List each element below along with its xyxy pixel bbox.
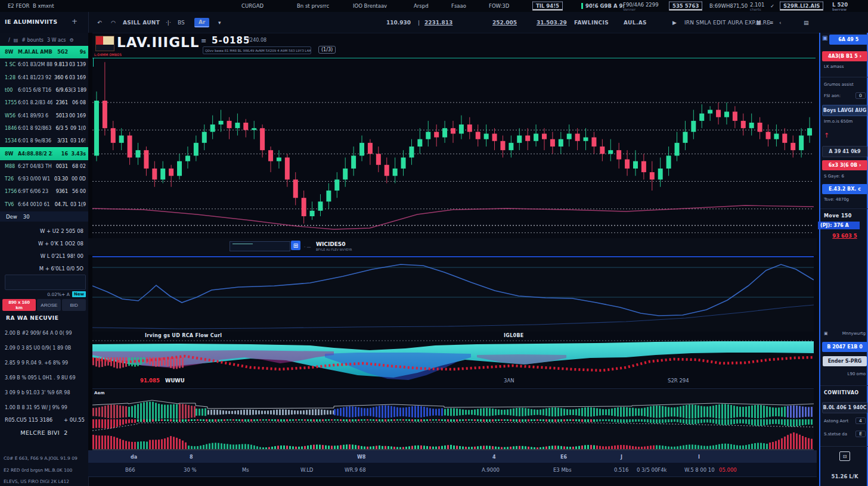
menubar-item[interactable]: FOW:3D [489, 3, 509, 9]
position-row[interactable]: 2.00 B #2 909/ 64 A 0 0( 99 [0, 326, 88, 341]
axis-tick: E6 [560, 454, 567, 459]
condition-button[interactable]: B.0L 406 1 940C [822, 402, 867, 413]
toolbar-item[interactable]: ≡ [769, 20, 774, 26]
toolbar-item[interactable]: Ar [194, 18, 209, 27]
sell-order-button[interactable]: 4A3(B B1 5 › [822, 51, 867, 61]
stetse-value[interactable]: E [855, 431, 866, 437]
add-symbol-button[interactable]: + [72, 17, 78, 26]
folder-icon[interactable]: ▤ [14, 38, 18, 43]
menubar-item[interactable]: 2.101cherts [750, 2, 764, 11]
menubar-item[interactable]: F90/4A6 2299Venner [623, 2, 659, 11]
watchlist-row[interactable]: 1534 6:01 8 9e/836 3/31 03 16! [0, 135, 88, 147]
watchlist-row[interactable]: W56 6:41 89/93 6 5013 00 169 [0, 109, 88, 122]
watchlist-row[interactable]: 8W M.AI.AL AMB0N 9O 5G2 9s [0, 46, 88, 58]
menubar-item[interactable]: S29R.LI2.AIS [780, 2, 823, 11]
buy-button[interactable]: 6A 49 5 [829, 35, 867, 45]
up-arrow-icon[interactable]: ↑ [820, 132, 829, 139]
toolbar-item[interactable]: 252.005 [492, 20, 517, 26]
watchlist-row[interactable]: T26 6:93 0/00 W1 03.30 00 0D [0, 173, 88, 185]
toolbar-item[interactable]: 110.930 [386, 20, 411, 26]
depth-section-header[interactable]: Dew 30 [0, 211, 88, 222]
edit-icon[interactable]: / [8, 38, 10, 43]
order-amount-input[interactable] [5, 275, 86, 290]
toolbar-item[interactable]: ·|· [166, 20, 171, 26]
menubar-item[interactable]: CURGAD [241, 3, 264, 9]
ribbon-svg[interactable] [92, 332, 814, 387]
menubar-item[interactable]: Fsaao [451, 3, 466, 9]
position-row[interactable]: 2.85 9 9 R.04 9. +6 8% 99 [0, 356, 88, 370]
toolbar-item[interactable]: ↶ [97, 20, 102, 26]
indicator-add-button[interactable]: ⊞ [291, 241, 300, 250]
footer-line: E2 RED 0rd brgsn ML.B.0K 100 [0, 465, 88, 476]
menubar-item[interactable]: 90!6 G9B A 9: [581, 3, 625, 9]
oscillator-panel[interactable] [92, 256, 814, 332]
menubar-item[interactable]: B xmxnt [33, 3, 54, 9]
watchlist-row[interactable]: 1 SC 6:01 83/2M 88 9.813 03 139 [0, 58, 88, 71]
menu-icon[interactable]: ≡ [201, 37, 206, 45]
watchlist-row[interactable]: TV6 6:64 0010 61 04.7L 03 1(9 [0, 198, 88, 211]
watchlist-row[interactable]: 1755 6:01 8.2/83 46 2361 06 08 [0, 96, 88, 109]
watchlist-row[interactable]: 1756 6:9T 6/06 23 9361 56 00 [0, 185, 88, 198]
depth-row[interactable]: M + 6'0L1 0/0 5O [0, 262, 88, 275]
price-tag-blue[interactable]: (PJ): 376 A [818, 222, 860, 229]
depth-row[interactable]: W + U2 2 505 08 [0, 225, 88, 237]
ribbon-value-red: 91.085 [140, 378, 160, 384]
buy-limit-button[interactable]: E.43.2 BX. c [822, 184, 867, 194]
arose-button[interactable]: AROSE [37, 299, 61, 311]
menubar-item[interactable]: 535 5763 [669, 2, 702, 11]
toolbar-item[interactable]: ▾ [218, 20, 221, 26]
instrument-flag-icon [95, 36, 114, 51]
toolbar-item[interactable]: ‹ [779, 20, 782, 26]
histogram-panel[interactable]: Aem [92, 388, 814, 450]
histogram-svg[interactable] [92, 389, 814, 450]
oscillator-svg[interactable] [92, 257, 814, 332]
chart-pages-chip[interactable]: (1/3) [318, 46, 336, 54]
ender-button[interactable]: Ender S-PRG [823, 356, 867, 366]
candlestick-svg[interactable] [92, 55, 814, 238]
toolbar-item[interactable]: FAWLINCIS [574, 20, 609, 26]
ribbon-label-left: Irving gs UD RCA Flow Curl [145, 333, 222, 338]
depth-row[interactable]: W L 0'2L1 98! 00 [0, 250, 88, 262]
toolbar-item[interactable]: ◠ [111, 20, 116, 26]
toolbar-item[interactable]: AUL.AS [624, 20, 647, 26]
position-row[interactable]: 2.09 0 3 85 U0 0/9( 1 89 0B [0, 341, 88, 356]
watchlist-row[interactable]: 1:28 6:41 81/23 92 360 6 03 169 [0, 71, 88, 84]
toolbar-item[interactable]: 31.503.29 [537, 20, 567, 26]
indicator-search-input[interactable] [230, 241, 290, 251]
toolbar-item[interactable]: 2231.813 [424, 20, 452, 26]
watchlist-row[interactable]: M88 6:2T 04/83 TH 0031 68 02 [0, 160, 88, 173]
toolbar-item[interactable]: BS [178, 20, 185, 26]
menubar-item[interactable]: TIL 94!5 [532, 2, 563, 11]
menubar-item[interactable]: ✓ [770, 3, 774, 9]
menubar-item[interactable]: Arspd [414, 3, 429, 9]
depth-row[interactable]: W + 0'K 1 0O2 08 [0, 237, 88, 250]
menubar-item[interactable]: IOO Brentaav [353, 3, 387, 9]
bid-button[interactable]: BID [62, 299, 86, 311]
menubar-item[interactable]: L 520berrow [832, 2, 848, 11]
toolbar-item[interactable]: ▶ [672, 20, 677, 26]
window-icon[interactable]: ⊡ [839, 451, 850, 461]
sell-limit-button[interactable]: 6x3 3(6 0B › [822, 160, 867, 170]
strategy-button[interactable]: Boys LAVGI AUG [822, 105, 867, 116]
menubar-item[interactable]: Bn st prvsrrc [297, 3, 329, 9]
watchlist-row[interactable]: 1846 6:01 8 92/863 6/3 5 09 1(0 [0, 122, 88, 135]
toolbar-item[interactable]: ▤ [804, 20, 809, 26]
toolbar-item[interactable]: | [418, 20, 420, 26]
monitor-button[interactable]: B 2047 E1B 0 [822, 342, 867, 352]
sell-button[interactable]: 890 x 160 km [2, 299, 36, 311]
toolbar-item[interactable]: ASILL AUNT [123, 20, 160, 26]
watchlist-row[interactable]: t00 6:015 6/8 T16 6/9.6 3(3 189 [0, 84, 88, 96]
astong-value[interactable]: 4 [855, 418, 866, 424]
layout-icon[interactable]: ▣ [822, 35, 827, 45]
ribbon-panel[interactable]: Irving gs UD RCA Flow Curl IGL0BE 91.085… [92, 332, 814, 387]
watchlist-row[interactable]: 8W A4:88.88/2 223 16 3.43s [0, 147, 88, 160]
menubar-item[interactable]: E2 FEOR [8, 3, 29, 9]
position-row[interactable]: 1.00 B 8 31 95 W/ J 9% 99 [0, 400, 88, 415]
fsi-value[interactable]: 0 [855, 92, 866, 99]
gear-icon[interactable]: ⚙ [70, 38, 74, 43]
candlestick-chart[interactable] [92, 55, 814, 238]
position-row[interactable]: 3 09 9 b 91.03 3' %9 6R 98 [0, 385, 88, 400]
position-row[interactable]: 3.69 B % 095 L 0H1 . 9 8U 69 [0, 370, 88, 385]
toolbar-item[interactable]: ▦ [756, 20, 761, 26]
menubar-item[interactable]: B:69WH871,50 [709, 3, 748, 9]
